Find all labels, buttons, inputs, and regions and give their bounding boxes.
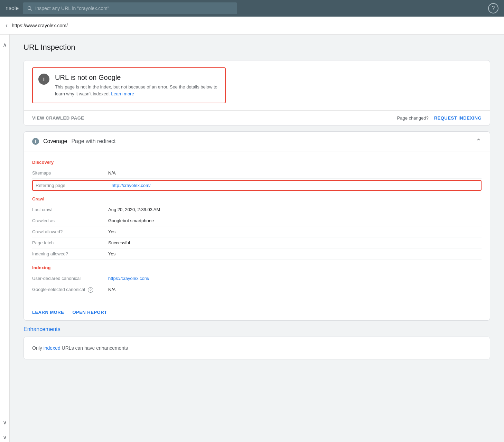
coverage-collapse-icon[interactable]: ⌃ (476, 137, 482, 145)
request-indexing-button[interactable]: REQUEST INDEXING (434, 115, 482, 121)
coverage-value: Page with redirect (71, 138, 115, 144)
user-canonical-value[interactable]: https://crayolex.com/ (108, 276, 149, 281)
crawled-as-value: Googlebot smartphone (108, 218, 154, 223)
url-bar: ‹ https://www.crayolex.com/ (0, 17, 504, 35)
discovery-section-label: Discovery (32, 160, 482, 165)
inspected-url: https://www.crayolex.com/ (12, 23, 68, 28)
google-canonical-help-icon[interactable]: ? (88, 287, 93, 293)
page-fetch-row: Page fetch Successful (32, 237, 482, 248)
coverage-body: Discovery Sitemaps N/A Referring page ht… (24, 151, 490, 304)
page-changed-label: Page changed? (397, 115, 429, 121)
google-canonical-value: N/A (108, 287, 116, 292)
sitemaps-row: Sitemaps N/A (32, 168, 482, 179)
help-button[interactable]: ? (488, 3, 498, 13)
app-logo: nsole (6, 5, 19, 11)
sidebar-collapse-up[interactable]: ∧ (1, 40, 8, 49)
coverage-card: i Coverage Page with redirect ⌃ Discover… (24, 131, 490, 321)
enhancements-card: Only indexed URLs can have enhancements (24, 337, 490, 359)
learn-more-link[interactable]: Learn more (111, 91, 134, 96)
user-canonical-row: User-declared canonical https://crayolex… (32, 273, 482, 284)
svg-line-1 (31, 9, 32, 11)
page-layout: ∧ ∨ ∨ URL Inspection i URL is not on Goo… (0, 35, 504, 442)
search-input[interactable] (35, 6, 233, 11)
referring-page-value[interactable]: http://crayolex.com/ (112, 183, 151, 188)
enhancements-title[interactable]: Enhancements (24, 326, 490, 332)
sidebar-collapse-down2[interactable]: ∨ (1, 433, 8, 442)
referring-page-label: Referring page (36, 183, 112, 188)
google-canonical-label: Google-selected canonical ? (32, 287, 108, 293)
coverage-header-left: i Coverage Page with redirect (32, 138, 115, 145)
indexing-allowed-label: Indexing allowed? (32, 251, 108, 256)
sitemaps-value: N/A (108, 170, 116, 176)
back-chevron-icon[interactable]: ‹ (6, 22, 8, 29)
enhancements-section: Enhancements Only indexed URLs can have … (24, 326, 490, 359)
crawled-as-label: Crawled as (32, 218, 108, 223)
coverage-title: Coverage (43, 138, 67, 144)
last-crawl-row: Last crawl Aug 20, 2020, 2:39:03 AM (32, 204, 482, 215)
status-header-inner: i URL is not on Google This page is not … (32, 67, 226, 103)
open-report-button[interactable]: OPEN REPORT (72, 310, 107, 315)
status-info-icon: i (38, 74, 49, 85)
status-header: i URL is not on Google This page is not … (24, 60, 490, 111)
learn-more-button[interactable]: LEARN MORE (32, 310, 64, 315)
crawl-allowed-row: Crawl allowed? Yes (32, 226, 482, 237)
coverage-info-icon: i (32, 138, 39, 145)
status-description: This page is not in the index, but not b… (55, 84, 220, 97)
crawl-section-label: Crawl (32, 196, 482, 201)
actions-right: Page changed? REQUEST INDEXING (397, 115, 482, 121)
sidebar-collapse-down1[interactable]: ∨ (1, 418, 8, 427)
indexing-allowed-row: Indexing allowed? Yes (32, 248, 482, 260)
sidebar: ∧ ∨ ∨ (0, 35, 10, 442)
referring-page-row: Referring page http://crayolex.com/ (32, 180, 482, 191)
svg-point-0 (28, 7, 31, 10)
search-bar[interactable] (23, 2, 237, 14)
coverage-header: i Coverage Page with redirect ⌃ (24, 132, 490, 151)
page-title: URL Inspection (24, 43, 490, 52)
main-content: URL Inspection i URL is not on Google Th… (10, 35, 504, 442)
crawled-as-row: Crawled as Googlebot smartphone (32, 215, 482, 226)
page-fetch-label: Page fetch (32, 240, 108, 245)
last-crawl-value: Aug 20, 2020, 2:39:03 AM (108, 207, 160, 212)
view-crawled-button[interactable]: VIEW CRAWLED PAGE (32, 115, 84, 121)
crawl-allowed-label: Crawl allowed? (32, 229, 108, 234)
indexing-allowed-value: Yes (108, 251, 115, 256)
page-fetch-value: Successful (108, 240, 130, 245)
last-crawl-label: Last crawl (32, 207, 108, 212)
google-canonical-row: Google-selected canonical ? N/A (32, 284, 482, 295)
status-title: URL is not on Google (55, 74, 220, 82)
indexing-section-label: Indexing (32, 265, 482, 270)
user-canonical-label: User-declared canonical (32, 276, 108, 281)
sitemaps-label: Sitemaps (32, 170, 108, 176)
status-actions: VIEW CRAWLED PAGE Page changed? REQUEST … (24, 111, 490, 125)
crawl-allowed-value: Yes (108, 229, 115, 234)
indexed-link[interactable]: indexed (44, 345, 60, 351)
status-card: i URL is not on Google This page is not … (24, 60, 490, 126)
search-icon (27, 6, 32, 11)
coverage-card-footer: LEARN MORE OPEN REPORT (24, 304, 490, 320)
top-bar: nsole ? (0, 0, 504, 17)
status-text-block: URL is not on Google This page is not in… (55, 74, 220, 97)
